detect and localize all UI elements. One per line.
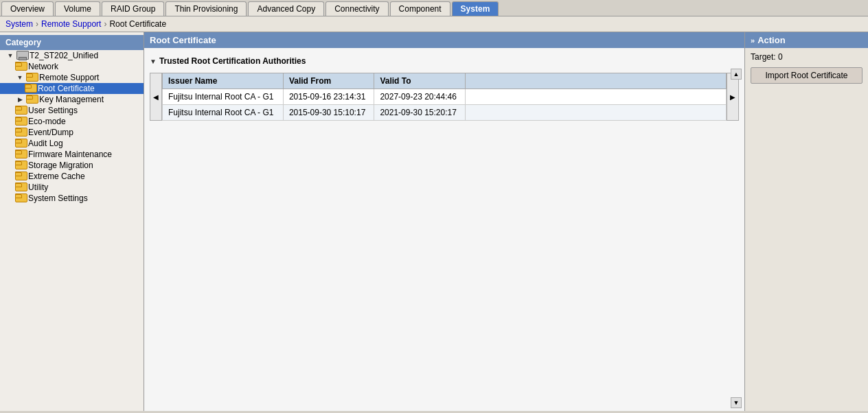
sidebar-item-event-dump[interactable]: Event/Dump <box>0 127 144 138</box>
tab-advanced-copy[interactable]: Advanced Copy <box>248 1 324 16</box>
table-wrapper: Issuer Name Valid From Valid To Fujitsu … <box>162 73 727 121</box>
breadcrumb: System › Remote Support › Root Certifica… <box>0 16 868 32</box>
sidebar-label-event-dump: Event/Dump <box>28 128 73 137</box>
content-header: Root Certificate <box>144 32 744 48</box>
main-layout: Category ▼ T2_ST202_Unified Network ▼ Re… <box>0 32 868 411</box>
toggle-remote-support[interactable]: ▼ <box>15 73 25 82</box>
tab-connectivity[interactable]: Connectivity <box>326 1 388 16</box>
sidebar-item-key-management[interactable]: ▶ Key Management <box>0 94 144 105</box>
scroll-up-icon: ▲ <box>733 71 740 78</box>
cert-table: Issuer Name Valid From Valid To Fujitsu … <box>162 73 727 121</box>
toggle-key-management[interactable]: ▶ <box>15 95 25 104</box>
collapse-btn[interactable]: ▼ <box>150 58 157 65</box>
action-panel: » Action Target: 0 Import Root Certifica… <box>744 32 868 411</box>
action-header: » Action <box>745 32 868 48</box>
folder-icon-event-dump <box>15 128 26 137</box>
sidebar-label-remote-support: Remote Support <box>39 73 99 82</box>
content-body: ▼ Trusted Root Certification Authorities… <box>144 48 744 411</box>
app-container: Overview Volume RAID Group Thin Provisio… <box>0 0 868 413</box>
content-area: Root Certificate ▼ Trusted Root Certific… <box>144 32 744 411</box>
scroll-left-icon: ◀ <box>153 93 159 101</box>
sidebar-label-eco-mode: Eco-mode <box>28 117 66 126</box>
sidebar-label-system-settings: System Settings <box>28 193 88 203</box>
section-title: Trusted Root Certification Authorities <box>159 56 306 66</box>
scroll-down-btn[interactable]: ▼ <box>731 397 742 408</box>
folder-icon-audit-log <box>15 139 26 148</box>
sidebar-item-audit-log[interactable]: Audit Log <box>0 138 144 149</box>
action-target: Target: 0 <box>751 52 863 62</box>
tab-system[interactable]: System <box>452 1 499 16</box>
top-nav: Overview Volume RAID Group Thin Provisio… <box>0 0 868 16</box>
action-body: Target: 0 Import Root Certificate <box>745 48 868 88</box>
sidebar-label-t2-root: T2_ST202_Unified <box>30 51 98 60</box>
folder-icon-extreme-cache <box>15 172 26 180</box>
scroll-down-icon: ▼ <box>733 399 740 406</box>
col-valid-from: Valid From <box>283 73 374 89</box>
cell-extra-2 <box>466 105 727 121</box>
folder-icon-utility <box>15 183 26 191</box>
tab-thin-provisioning[interactable]: Thin Provisioning <box>165 1 247 16</box>
tab-component[interactable]: Component <box>390 1 450 16</box>
folder-icon-firmware <box>15 150 26 158</box>
folder-icon-key-mgmt <box>26 95 37 104</box>
scroll-left-btn[interactable]: ◀ <box>150 73 162 121</box>
tab-volume[interactable]: Volume <box>55 1 100 16</box>
breadcrumb-sep-2: › <box>104 19 106 29</box>
cell-issuer-1: Fujitsu Internal Root CA - G1 <box>163 89 284 105</box>
folder-icon-eco-mode <box>15 117 26 126</box>
cell-valid-from-1: 2015-09-16 23:14:31 <box>283 89 374 105</box>
table-container: ◀ Issuer Name Valid From Valid To <box>150 73 739 121</box>
cell-valid-from-2: 2015-09-30 15:10:17 <box>283 105 374 121</box>
sidebar-item-network[interactable]: Network <box>0 61 144 72</box>
import-root-cert-button[interactable]: Import Root Certificate <box>751 67 863 84</box>
cell-valid-to-1: 2027-09-23 20:44:46 <box>374 89 466 105</box>
action-collapse-icon[interactable]: » <box>751 36 755 45</box>
vert-scroll: ▲ ▼ <box>731 69 742 408</box>
sidebar-label-utility: Utility <box>28 182 48 192</box>
breadcrumb-sep-1: › <box>36 19 38 29</box>
folder-icon-system-settings <box>15 194 26 202</box>
tab-overview[interactable]: Overview <box>1 1 54 16</box>
col-valid-to: Valid To <box>374 73 466 89</box>
toggle-t2-root[interactable]: ▼ <box>5 51 15 60</box>
breadcrumb-current: Root Certificate <box>109 19 166 29</box>
sidebar: Category ▼ T2_ST202_Unified Network ▼ Re… <box>0 32 144 411</box>
action-header-label: Action <box>757 35 785 45</box>
sidebar-item-utility[interactable]: Utility <box>0 182 144 193</box>
table-row[interactable]: Fujitsu Internal Root CA - G1 2015-09-16… <box>163 89 727 105</box>
folder-icon-remote-support <box>26 73 37 82</box>
tab-raid-group[interactable]: RAID Group <box>102 1 164 16</box>
sidebar-label-network: Network <box>28 62 58 71</box>
table-scroll-wrapper: ◀ Issuer Name Valid From Valid To <box>150 73 739 121</box>
sidebar-label-storage-migration: Storage Migration <box>28 161 93 170</box>
sidebar-item-remote-support[interactable]: ▼ Remote Support <box>0 72 144 83</box>
table-row[interactable]: Fujitsu Internal Root CA - G1 2015-09-30… <box>163 105 727 121</box>
sidebar-label-key-mgmt: Key Management <box>39 95 104 104</box>
sidebar-label-audit-log: Audit Log <box>28 139 63 148</box>
sidebar-item-storage-migration[interactable]: Storage Migration <box>0 160 144 171</box>
sidebar-label-root-cert: Root Certificate <box>38 84 95 93</box>
col-extra <box>466 73 727 89</box>
scroll-up-btn[interactable]: ▲ <box>731 69 742 80</box>
sidebar-label-user-settings: User Settings <box>28 106 78 115</box>
sidebar-item-root-certificate[interactable]: Root Certificate <box>0 83 144 94</box>
cell-issuer-2: Fujitsu Internal Root CA - G1 <box>163 105 284 121</box>
computer-icon <box>16 51 27 60</box>
folder-icon-user-settings <box>15 106 26 115</box>
sidebar-item-t2-root[interactable]: ▼ T2_ST202_Unified <box>0 50 144 61</box>
sidebar-label-firmware: Firmware Maintenance <box>28 150 112 159</box>
sidebar-item-firmware[interactable]: Firmware Maintenance <box>0 149 144 160</box>
breadcrumb-system[interactable]: System <box>5 19 33 29</box>
sidebar-item-eco-mode[interactable]: Eco-mode <box>0 116 144 127</box>
col-issuer: Issuer Name <box>163 73 284 89</box>
sidebar-header: Category <box>0 35 144 50</box>
sidebar-item-extreme-cache[interactable]: Extreme Cache <box>0 171 144 182</box>
section-header: ▼ Trusted Root Certification Authorities <box>150 54 739 69</box>
breadcrumb-remote-support[interactable]: Remote Support <box>41 19 101 29</box>
sidebar-item-user-settings[interactable]: User Settings <box>0 105 144 116</box>
sidebar-label-extreme-cache: Extreme Cache <box>28 172 85 181</box>
sidebar-item-system-settings[interactable]: System Settings <box>0 193 144 204</box>
folder-icon-root-cert <box>25 84 36 93</box>
folder-icon-storage-migration <box>15 161 26 169</box>
cell-valid-to-2: 2021-09-30 15:20:17 <box>374 105 466 121</box>
